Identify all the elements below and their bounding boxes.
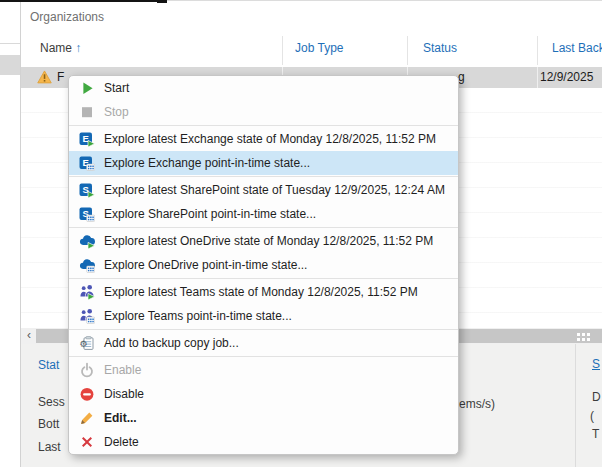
menu-item-explore-exchange-point-in-time-state[interactable]: E Explore Exchange point-in-time state..… <box>69 151 458 175</box>
exchange-latest-icon: E <box>79 131 95 147</box>
menu-separator <box>69 176 458 177</box>
edit-icon <box>79 410 95 426</box>
right-row-2: ( <box>590 409 594 423</box>
row-status-cell: g <box>458 67 465 88</box>
svg-text:⚙: ⚙ <box>79 339 87 349</box>
enable-icon <box>79 362 95 378</box>
menu-separator <box>69 278 458 279</box>
menu-item-edit[interactable]: Edit... <box>69 406 458 430</box>
pane-title: Organizations <box>30 3 104 31</box>
row-last-backup-cell: 12/9/2025 <box>540 67 593 88</box>
menu-item-explore-teams-point-in-time-state[interactable]: Explore Teams point-in-time state... <box>69 304 458 328</box>
backup-copy-icon: ⚙ <box>79 335 95 351</box>
right-header-link[interactable]: S <box>592 357 600 371</box>
right-row-1: D <box>592 390 601 404</box>
column-header-last-backup[interactable]: Last Backup <box>552 31 602 65</box>
menu-item-add-to-backup-copy-job[interactable]: ⚙ Add to backup copy job... <box>69 331 458 355</box>
menu-item-explore-sharepoint-point-in-time-state[interactable]: S Explore SharePoint point-in-time state… <box>69 202 458 226</box>
menu-item-explore-latest-onedrive-state-of-monday-12[interactable]: Explore latest OneDrive state of Monday … <box>69 229 458 253</box>
menu-item-explore-latest-exchange-state-of-monday-12[interactable]: E Explore latest Exchange state of Monda… <box>69 127 458 151</box>
scroll-left-arrow-icon[interactable]: ‹ <box>22 328 36 344</box>
cutoff-title-remnant <box>0 0 158 2</box>
menu-separator <box>69 356 458 357</box>
menu-item-explore-onedrive-point-in-time-state[interactable]: Explore OneDrive point-in-time state... <box>69 253 458 277</box>
menu-item-explore-latest-teams-state-of-monday-12-8-[interactable]: Explore latest Teams state of Monday 12/… <box>69 280 458 304</box>
menu-item-enable: Enable <box>69 358 458 382</box>
column-header-name[interactable]: Name ↑ <box>40 31 81 65</box>
column-separator <box>407 36 408 65</box>
left-nav-strip <box>0 2 21 467</box>
menu-item-start[interactable]: Start <box>69 76 458 100</box>
menu-item-explore-latest-sharepoint-state-of-tuesday[interactable]: S Explore latest SharePoint state of Tue… <box>69 178 458 202</box>
onedrive-latest-icon <box>79 233 95 249</box>
pane-header: Organizations <box>21 3 602 32</box>
menu-item-stop: Stop <box>69 100 458 124</box>
veeam-organizations-screen: Organizations Name ↑ Job Type Status Las… <box>0 0 602 467</box>
sort-ascending-icon: ↑ <box>75 41 81 55</box>
statistics-header-link[interactable]: Stat <box>38 358 59 372</box>
menu-item-disable[interactable]: Disable <box>69 382 458 406</box>
teams-latest-icon <box>79 284 95 300</box>
menu-separator <box>69 125 458 126</box>
row-column-separator <box>537 67 538 88</box>
context-menu: Start Stop E Explore latest Exchange sta… <box>68 75 459 455</box>
warning-icon <box>37 70 52 84</box>
column-separator <box>282 36 283 65</box>
disable-icon <box>79 386 95 402</box>
delete-icon <box>79 434 95 450</box>
bottleneck-label: Bott <box>38 417 59 431</box>
sharepoint-point-in-time-icon: S <box>79 206 95 222</box>
splitter-grip-icon[interactable] <box>577 333 580 336</box>
stop-icon <box>79 104 95 120</box>
right-row-3: T <box>592 427 599 441</box>
grid-header: Name ↑ Job Type Status Last Backup <box>21 31 602 66</box>
column-header-job-type[interactable]: Job Type <box>295 31 343 65</box>
processing-rate-fragment: ems/s) <box>459 397 495 411</box>
column-separator <box>537 36 538 65</box>
exchange-point-in-time-icon: E <box>79 155 95 171</box>
session-label: Sess <box>38 395 65 409</box>
menu-separator <box>69 329 458 330</box>
panel-divider <box>575 344 576 467</box>
column-header-status[interactable]: Status <box>423 31 457 65</box>
menu-item-delete[interactable]: Delete <box>69 430 458 454</box>
sharepoint-latest-icon: S <box>79 182 95 198</box>
row-name-cell: F <box>57 67 64 88</box>
start-icon <box>79 80 95 96</box>
left-nav-divider <box>0 43 20 44</box>
onedrive-point-in-time-icon <box>79 257 95 273</box>
left-nav-selected-item[interactable] <box>0 55 20 75</box>
last-label: Last <box>38 440 61 454</box>
menu-separator <box>69 227 458 228</box>
teams-point-in-time-icon <box>79 308 95 324</box>
